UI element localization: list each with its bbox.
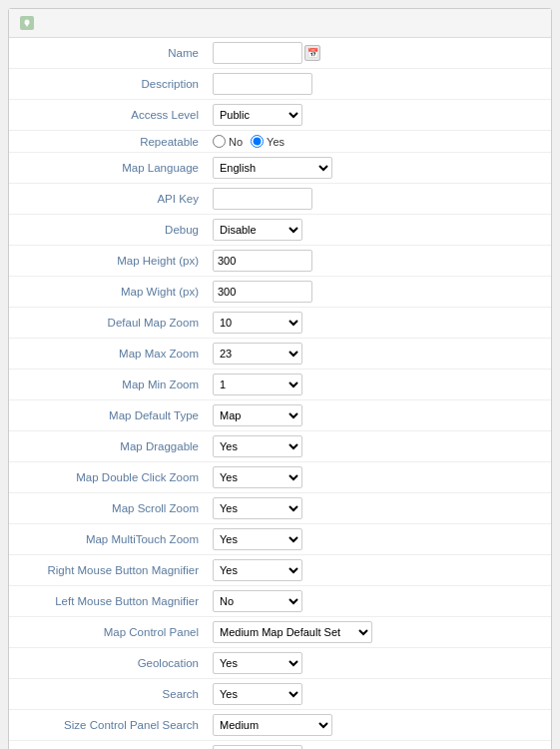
form-row: Right Mouse Button MagnifierYesNo (9, 555, 551, 586)
field-label: Route Editor (9, 741, 209, 750)
field-value (209, 184, 551, 215)
select-field[interactable]: YesNo (213, 559, 302, 581)
field-label: Description (9, 69, 209, 100)
text-input[interactable] (213, 281, 312, 303)
map-marker-icon (19, 15, 35, 31)
radio-label[interactable]: No (213, 135, 243, 148)
form-row: DebugDisableEnable (9, 215, 551, 246)
select-field[interactable]: 1234567891011121314151617181920212223 (213, 343, 302, 365)
form-row: Map Wight (px) (9, 277, 551, 308)
field-value: 1234567891011121314151617181920212223 (209, 370, 551, 400)
select-field[interactable]: YesNo (213, 466, 302, 488)
field-value: 📅 (209, 38, 551, 69)
field-label: Name (9, 38, 209, 69)
field-value: SmallMediumLarge (209, 710, 551, 741)
field-value: Medium Map Default SetSmallLargeNone (209, 617, 551, 648)
name-field-wrapper: 📅 (213, 42, 543, 64)
field-label: Map Min Zoom (9, 370, 209, 400)
form-row: Map Scroll ZoomYesNo (9, 493, 551, 524)
field-label: Map Draggable (9, 431, 209, 462)
field-value: YesNo (209, 462, 551, 493)
select-field[interactable]: SmallMediumLarge (213, 714, 332, 736)
field-label: Search (9, 679, 209, 710)
form-row: Map Min Zoom1234567891011121314151617181… (9, 370, 551, 400)
text-input[interactable] (213, 250, 312, 272)
field-label: Left Mouse Button Magnifier (9, 586, 209, 617)
name-input[interactable] (213, 42, 302, 64)
form-row: SearchYesNo (9, 679, 551, 710)
field-label: Map Wight (px) (9, 277, 209, 308)
field-label: Map MultiTouch Zoom (9, 524, 209, 555)
form-row: GeolocationYesNo (9, 648, 551, 679)
select-field[interactable]: EnglishRussianGerman (213, 157, 332, 179)
field-value: YesNo (209, 741, 551, 750)
form-row: Description (9, 69, 551, 100)
field-value (209, 69, 551, 100)
select-field[interactable]: YesNo (213, 528, 302, 550)
field-value: DisableEnable (209, 215, 551, 246)
field-label: Map Double Click Zoom (9, 462, 209, 493)
field-label: Access Level (9, 100, 209, 131)
field-value: 1234567891011121314151617181920212223 (209, 339, 551, 370)
form-row: Access LevelPublicPrivateRestricted (9, 100, 551, 131)
radio-input[interactable] (251, 135, 264, 148)
field-value: YesNo (209, 524, 551, 555)
field-value: YesNo (209, 679, 551, 710)
field-label: Repeatable (9, 131, 209, 153)
select-field[interactable]: 1234567891011121314151617181920212223 (213, 374, 302, 395)
field-label: Debug (9, 215, 209, 246)
field-value: NoYes (209, 131, 551, 153)
yandex-map-markers-panel: Name📅DescriptionAccess LevelPublicPrivat… (8, 8, 552, 749)
form-row: Name📅 (9, 38, 551, 69)
field-value: 1234567891011121314151617181920212223 (209, 308, 551, 339)
select-field[interactable]: 1234567891011121314151617181920212223 (213, 312, 302, 334)
field-label: Map Height (px) (9, 246, 209, 277)
field-value: MapSatelliteHybrid (209, 400, 551, 431)
form-row: Map Double Click ZoomYesNo (9, 462, 551, 493)
radio-input[interactable] (213, 135, 226, 148)
form-row: Defaul Map Zoom1234567891011121314151617… (9, 308, 551, 339)
text-input[interactable] (213, 188, 312, 210)
select-field[interactable]: Medium Map Default SetSmallLargeNone (213, 621, 372, 643)
form-row: Map LanguageEnglishRussianGerman (9, 153, 551, 184)
form-row: Map Default TypeMapSatelliteHybrid (9, 400, 551, 431)
field-value: YesNo (209, 431, 551, 462)
field-value: EnglishRussianGerman (209, 153, 551, 184)
field-value: YesNo (209, 648, 551, 679)
select-field[interactable]: YesNo (213, 497, 302, 519)
form-row: API Key (9, 184, 551, 215)
form-row: RepeatableNoYes (9, 131, 551, 153)
select-field[interactable]: PublicPrivateRestricted (213, 104, 302, 126)
calendar-icon[interactable]: 📅 (304, 45, 320, 61)
form-table: Name📅DescriptionAccess LevelPublicPrivat… (9, 38, 551, 749)
select-field[interactable]: DisableEnable (213, 219, 302, 241)
field-value: YesNo (209, 586, 551, 617)
form-row: Map DraggableYesNo (9, 431, 551, 462)
radio-label[interactable]: Yes (251, 135, 284, 148)
form-row: Map Control PanelMedium Map Default SetS… (9, 617, 551, 648)
field-label: Size Control Panel Search (9, 710, 209, 741)
field-label: Map Language (9, 153, 209, 184)
field-label: Map Max Zoom (9, 339, 209, 370)
form-row: Map MultiTouch ZoomYesNo (9, 524, 551, 555)
select-field[interactable]: YesNo (213, 683, 302, 705)
radio-group: NoYes (213, 135, 543, 148)
select-field[interactable]: YesNo (213, 745, 302, 749)
panel-header (9, 9, 551, 38)
form-row: Route EditorYesNo (9, 741, 551, 750)
field-label: Map Control Panel (9, 617, 209, 648)
field-label: Map Default Type (9, 400, 209, 431)
field-value: PublicPrivateRestricted (209, 100, 551, 131)
field-value (209, 277, 551, 308)
form-row: Size Control Panel SearchSmallMediumLarg… (9, 710, 551, 741)
text-input[interactable] (213, 73, 312, 95)
form-row: Left Mouse Button MagnifierYesNo (9, 586, 551, 617)
field-value: YesNo (209, 493, 551, 524)
select-field[interactable]: YesNo (213, 652, 302, 674)
select-field[interactable]: MapSatelliteHybrid (213, 404, 302, 426)
select-field[interactable]: YesNo (213, 435, 302, 457)
form-row: Map Max Zoom1234567891011121314151617181… (9, 339, 551, 370)
field-value: YesNo (209, 555, 551, 586)
field-label: Defaul Map Zoom (9, 308, 209, 339)
select-field[interactable]: YesNo (213, 590, 302, 612)
